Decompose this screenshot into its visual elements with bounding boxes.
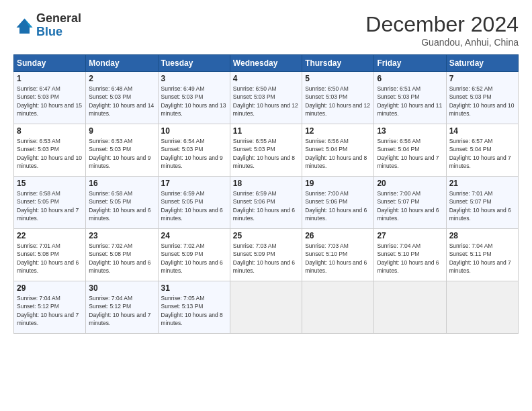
calendar-cell: 28 Sunrise: 7:04 AM Sunset: 5:11 PM Dayl… (446, 229, 518, 281)
day-info: Sunrise: 6:53 AM Sunset: 5:03 PM Dayligh… (17, 137, 83, 170)
week-row-3: 15 Sunrise: 6:58 AM Sunset: 5:05 PM Dayl… (14, 177, 519, 229)
day-info: Sunrise: 6:52 AM Sunset: 5:03 PM Dayligh… (449, 85, 515, 118)
day-number: 5 (305, 74, 371, 83)
day-number: 18 (233, 179, 299, 188)
logo: General Blue (13, 12, 81, 39)
day-info: Sunrise: 7:04 AM Sunset: 5:12 PM Dayligh… (17, 294, 83, 327)
week-row-2: 8 Sunrise: 6:53 AM Sunset: 5:03 PM Dayli… (14, 124, 519, 177)
calendar-cell: 5 Sunrise: 6:50 AM Sunset: 5:03 PM Dayli… (302, 72, 374, 124)
calendar-cell: 22 Sunrise: 7:01 AM Sunset: 5:08 PM Dayl… (14, 229, 86, 281)
day-info: Sunrise: 6:58 AM Sunset: 5:05 PM Dayligh… (89, 189, 154, 222)
day-number: 12 (305, 126, 371, 136)
day-number: 31 (161, 283, 227, 293)
day-number: 16 (89, 179, 154, 188)
day-info: Sunrise: 6:56 AM Sunset: 5:04 PM Dayligh… (305, 137, 371, 170)
weekday-header-wednesday: Wednesday (230, 55, 302, 72)
day-info: Sunrise: 6:47 AM Sunset: 5:03 PM Dayligh… (17, 85, 83, 118)
calendar-cell: 7 Sunrise: 6:52 AM Sunset: 5:03 PM Dayli… (446, 72, 518, 124)
day-number: 27 (377, 231, 443, 240)
day-number: 6 (377, 74, 443, 83)
calendar-cell: 21 Sunrise: 7:01 AM Sunset: 5:07 PM Dayl… (446, 177, 518, 229)
calendar-cell: 2 Sunrise: 6:48 AM Sunset: 5:03 PM Dayli… (86, 72, 158, 124)
calendar-cell: 26 Sunrise: 7:03 AM Sunset: 5:10 PM Dayl… (302, 229, 374, 281)
day-number: 11 (233, 126, 299, 136)
calendar-cell: 8 Sunrise: 6:53 AM Sunset: 5:03 PM Dayli… (14, 124, 86, 177)
day-number: 14 (449, 126, 515, 136)
day-info: Sunrise: 7:03 AM Sunset: 5:10 PM Dayligh… (305, 242, 371, 275)
day-info: Sunrise: 6:56 AM Sunset: 5:04 PM Dayligh… (377, 137, 443, 170)
day-info: Sunrise: 7:01 AM Sunset: 5:08 PM Dayligh… (17, 242, 83, 275)
calendar-cell: 13 Sunrise: 6:56 AM Sunset: 5:04 PM Dayl… (374, 124, 446, 177)
day-number: 3 (161, 74, 227, 83)
day-info: Sunrise: 6:53 AM Sunset: 5:03 PM Dayligh… (89, 137, 154, 170)
calendar-cell (302, 281, 374, 334)
day-number: 28 (449, 231, 515, 240)
day-info: Sunrise: 7:00 AM Sunset: 5:07 PM Dayligh… (377, 189, 443, 222)
day-info: Sunrise: 6:50 AM Sunset: 5:03 PM Dayligh… (233, 85, 299, 118)
day-number: 8 (17, 126, 83, 136)
weekday-header-sunday: Sunday (14, 55, 86, 72)
day-info: Sunrise: 7:01 AM Sunset: 5:07 PM Dayligh… (449, 189, 515, 222)
day-info: Sunrise: 6:54 AM Sunset: 5:03 PM Dayligh… (161, 137, 227, 170)
calendar-cell: 24 Sunrise: 7:02 AM Sunset: 5:09 PM Dayl… (158, 229, 230, 281)
day-number: 20 (377, 179, 443, 188)
day-number: 25 (233, 231, 299, 240)
day-number: 13 (377, 126, 443, 136)
calendar-cell: 25 Sunrise: 7:03 AM Sunset: 5:09 PM Dayl… (230, 229, 302, 281)
calendar-cell: 27 Sunrise: 7:04 AM Sunset: 5:10 PM Dayl… (374, 229, 446, 281)
day-number: 4 (233, 74, 299, 83)
day-info: Sunrise: 7:00 AM Sunset: 5:06 PM Dayligh… (305, 189, 371, 222)
calendar-cell (374, 281, 446, 334)
calendar-cell: 29 Sunrise: 7:04 AM Sunset: 5:12 PM Dayl… (14, 281, 86, 334)
location: Guandou, Anhui, China (365, 37, 519, 48)
day-number: 29 (17, 283, 83, 293)
weekday-header-monday: Monday (86, 55, 158, 72)
calendar-cell: 19 Sunrise: 7:00 AM Sunset: 5:06 PM Dayl… (302, 177, 374, 229)
calendar-cell: 12 Sunrise: 6:56 AM Sunset: 5:04 PM Dayl… (302, 124, 374, 177)
day-number: 23 (89, 231, 154, 240)
weekday-header-thursday: Thursday (302, 55, 374, 72)
calendar-cell: 14 Sunrise: 6:57 AM Sunset: 5:04 PM Dayl… (446, 124, 518, 177)
calendar-cell: 4 Sunrise: 6:50 AM Sunset: 5:03 PM Dayli… (230, 72, 302, 124)
calendar-cell (446, 281, 518, 334)
day-info: Sunrise: 6:49 AM Sunset: 5:03 PM Dayligh… (161, 85, 227, 118)
calendar-cell: 18 Sunrise: 6:59 AM Sunset: 5:06 PM Dayl… (230, 177, 302, 229)
month-title: December 2024 (365, 12, 519, 37)
day-info: Sunrise: 6:57 AM Sunset: 5:04 PM Dayligh… (449, 137, 515, 170)
logo-icon (13, 15, 34, 36)
day-number: 7 (449, 74, 515, 83)
calendar-cell: 11 Sunrise: 6:55 AM Sunset: 5:03 PM Dayl… (230, 124, 302, 177)
day-info: Sunrise: 7:04 AM Sunset: 5:12 PM Dayligh… (89, 294, 154, 327)
calendar-cell: 16 Sunrise: 6:58 AM Sunset: 5:05 PM Dayl… (86, 177, 158, 229)
day-number: 2 (89, 74, 154, 83)
title-block: December 2024 Guandou, Anhui, China (365, 12, 519, 48)
logo-text: General Blue (36, 12, 81, 39)
calendar-cell: 9 Sunrise: 6:53 AM Sunset: 5:03 PM Dayli… (86, 124, 158, 177)
calendar-cell: 3 Sunrise: 6:49 AM Sunset: 5:03 PM Dayli… (158, 72, 230, 124)
day-info: Sunrise: 7:05 AM Sunset: 5:13 PM Dayligh… (161, 294, 227, 327)
day-info: Sunrise: 7:02 AM Sunset: 5:09 PM Dayligh… (161, 242, 227, 275)
calendar-cell: 30 Sunrise: 7:04 AM Sunset: 5:12 PM Dayl… (86, 281, 158, 334)
day-number: 19 (305, 179, 371, 188)
day-number: 21 (449, 179, 515, 188)
weekday-header-saturday: Saturday (446, 55, 518, 72)
day-info: Sunrise: 7:04 AM Sunset: 5:10 PM Dayligh… (377, 242, 443, 275)
day-info: Sunrise: 6:59 AM Sunset: 5:05 PM Dayligh… (161, 189, 227, 222)
day-info: Sunrise: 6:55 AM Sunset: 5:03 PM Dayligh… (233, 137, 299, 170)
calendar-cell (230, 281, 302, 334)
calendar-cell: 1 Sunrise: 6:47 AM Sunset: 5:03 PM Dayli… (14, 72, 86, 124)
calendar-cell: 20 Sunrise: 7:00 AM Sunset: 5:07 PM Dayl… (374, 177, 446, 229)
day-info: Sunrise: 7:02 AM Sunset: 5:08 PM Dayligh… (89, 242, 154, 275)
weekday-header-tuesday: Tuesday (158, 55, 230, 72)
day-number: 24 (161, 231, 227, 240)
day-info: Sunrise: 6:50 AM Sunset: 5:03 PM Dayligh… (305, 85, 371, 118)
day-number: 30 (89, 283, 154, 293)
day-info: Sunrise: 7:03 AM Sunset: 5:09 PM Dayligh… (233, 242, 299, 275)
day-info: Sunrise: 6:58 AM Sunset: 5:05 PM Dayligh… (17, 189, 83, 222)
calendar-cell: 17 Sunrise: 6:59 AM Sunset: 5:05 PM Dayl… (158, 177, 230, 229)
weekday-header-row: SundayMondayTuesdayWednesdayThursdayFrid… (14, 55, 519, 72)
day-number: 26 (305, 231, 371, 240)
day-number: 10 (161, 126, 227, 136)
calendar-cell: 23 Sunrise: 7:02 AM Sunset: 5:08 PM Dayl… (86, 229, 158, 281)
calendar: SundayMondayTuesdayWednesdayThursdayFrid… (13, 54, 519, 334)
